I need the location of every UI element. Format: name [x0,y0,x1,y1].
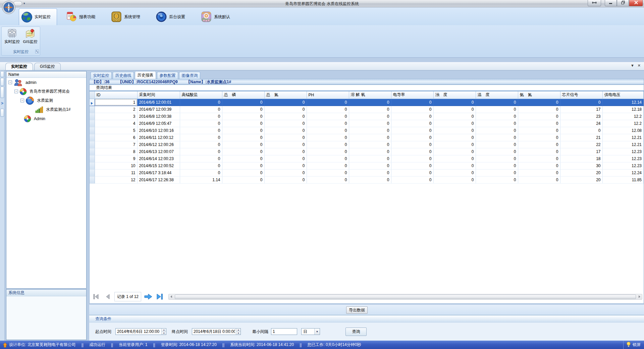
globe-icon [24,115,31,122]
cell: 2014/6/11 12:00:12 [137,134,180,141]
spin-up-icon[interactable]: ▲ [162,329,166,332]
ribbon-tab-报表功能[interactable]: 报表功能 [64,8,102,25]
content-tab-历史曲线[interactable]: 历史曲线 [113,72,134,79]
previous-record-button[interactable] [103,292,113,302]
lock-screen-label: 锁屏 [633,342,641,348]
collapse-icon[interactable] [8,81,12,84]
doc-tab-实时监控[interactable]: 实时监控 [5,63,33,70]
interval-unit-dropdown[interactable]: 日 ▼ [301,328,320,335]
content-tab-历史报表[interactable]: 历史报表 [135,71,156,79]
first-record-button[interactable] [91,292,101,302]
strip-segment[interactable] [0,71,4,77]
quick-access-dropdown-icon[interactable]: ▾ [23,2,25,5]
min-interval-input[interactable] [271,329,297,334]
horizontal-scrollbar[interactable] [168,294,642,300]
tree-node-青岛市世界园艺博览会[interactable]: 青岛市世界园艺博览会 [6,87,86,96]
tree-node-admin[interactable]: admin [6,78,86,87]
column-header-芯片信号[interactable]: 芯片信号 [560,91,602,99]
ribbon-tab-系统管理[interactable]: 系统管理 [109,8,147,25]
table-row[interactable]: 12014/6/6 12:00:01000000000012.14 [90,99,644,106]
ribbon-tab-实时监控[interactable]: 实时监控 [19,8,57,25]
end-time-input[interactable] [192,329,236,334]
query-button[interactable]: 查询 [345,328,367,336]
scroll-left-icon[interactable] [169,294,174,299]
dialog-launcher-icon[interactable] [35,50,39,54]
table-row[interactable]: 52014/6/10 12:00:16000000000012.08 [90,127,644,134]
cell: 0 [349,169,391,176]
table-row[interactable]: 62014/6/11 12:00:120000000002112.21 [90,134,644,141]
spin-up-icon[interactable]: ▲ [236,329,240,332]
strip-segment[interactable] [0,109,4,117]
column-header-浊 度[interactable]: 浊 度 [433,91,476,99]
app-icon[interactable] [2,0,16,14]
column-header-温 度[interactable]: 温 度 [476,91,518,99]
resize-icon [592,1,597,5]
column-header-总 磷[interactable]: 总 磷 [222,91,264,99]
doc-tab-GIS监控[interactable]: GIS监控 [34,63,61,70]
spin-down-icon[interactable]: ▼ [236,332,240,335]
start-time-field: ▲▼ [115,328,166,335]
collapse-icon[interactable] [20,99,24,102]
minimize-button[interactable] [605,0,617,6]
end-time-spinner[interactable]: ▲▼ [236,329,240,335]
cell: 1 [95,99,137,106]
column-header-PH[interactable]: PH [307,91,349,99]
tree-node-label: 水质监测 [37,98,53,103]
column-header-总 氮[interactable]: 总 氮 [264,91,307,99]
min-interval-field [271,328,297,335]
restore-button[interactable] [617,0,629,6]
table-row[interactable]: 22014/6/7 12:00:390000000001712.18 [90,106,644,113]
export-data-button[interactable]: 导出数据 [346,306,368,314]
scrollbar-thumb[interactable] [175,295,636,299]
table-row[interactable]: 32014/6/8 12:00:380000000002312.2 [90,113,644,120]
column-header-氨 氮[interactable]: 氨 氮 [518,91,560,99]
table-row[interactable]: 122014/6/17 12:26:381.14000000002011.85 [90,176,644,183]
content-tab-图像查询[interactable]: 图像查询 [179,72,200,79]
cell: 0 [349,113,391,120]
scroll-right-icon[interactable] [637,294,642,299]
cell: 0 [518,141,560,148]
ribbon-tab-strip: 实时监控报表功能系统管理后台设置系统默认 [0,7,644,25]
table-row[interactable]: 42014/6/9 12:05:470000000002412.2 [90,120,644,127]
tree-node-水质监测[interactable]: 水质监测 [6,96,86,105]
next-record-button[interactable] [143,292,153,302]
strip-segment[interactable] [0,78,4,86]
table-row[interactable]: 92014/6/14 12:00:230000000001812.23 [90,155,644,162]
resize-button[interactable] [588,0,601,6]
tree-node-Admin[interactable]: Admin [6,114,86,123]
lock-screen-button[interactable]: 锁屏 [623,341,641,349]
spin-down-icon[interactable]: ▼ [162,332,166,335]
start-time-input[interactable] [116,329,161,334]
strip-segment[interactable] [0,87,4,98]
table-row[interactable]: 72014/6/12 12:00:260000000002212.21 [90,141,644,148]
expand-panel-arrow[interactable]: > [0,99,4,108]
tab-list-dropdown-icon[interactable]: ▼ [631,63,634,68]
cell: 2014/6/8 12:00:38 [137,113,180,120]
column-header-供电电压[interactable]: 供电电压 [602,91,644,99]
dropdown-arrow-icon[interactable]: ▼ [314,329,320,335]
ribbon-button-实时监控[interactable]: 实时监控 [3,28,21,44]
column-header-溶 解 氧[interactable]: 溶 解 氧 [349,91,391,99]
start-time-spinner[interactable]: ▲▼ [161,329,166,335]
content-tab-参数配置[interactable]: 参数配置 [157,72,178,79]
content-tab-实时监控[interactable]: 实时监控 [91,72,112,79]
ribbon-button-GIS监控[interactable]: GIS监控 [21,28,39,44]
ribbon-tab-后台设置[interactable]: 后台设置 [154,8,192,25]
tab-close-icon[interactable]: ✕ [638,63,641,68]
tree-column-header[interactable]: Name [6,71,86,78]
row-indicator [90,134,95,141]
table-row[interactable]: 112014/6/17 3:18:440000000002012.24 [90,169,644,176]
ribbon-tab-系统默认[interactable]: 系统默认 [199,8,237,25]
column-header-ID[interactable]: ID [95,91,137,99]
column-header-电导率[interactable]: 电导率 [391,91,433,99]
export-toolbar: 导出数据 [89,304,644,315]
close-button[interactable] [629,0,643,6]
column-header-高锰酸盐[interactable]: 高锰酸盐 [180,91,222,99]
tree-node-水质监测点1#[interactable]: 水质监测点1# [6,105,86,114]
collapse-icon[interactable] [14,90,18,93]
column-header-采集时间[interactable]: 采集时间 [137,91,180,99]
cell: 0 [222,99,264,106]
last-record-button[interactable] [155,292,165,302]
table-row[interactable]: 102014/6/15 12:00:520000000003012.23 [90,162,644,169]
table-row[interactable]: 82014/6/13 12:00:070000000001712.23 [90,148,644,155]
